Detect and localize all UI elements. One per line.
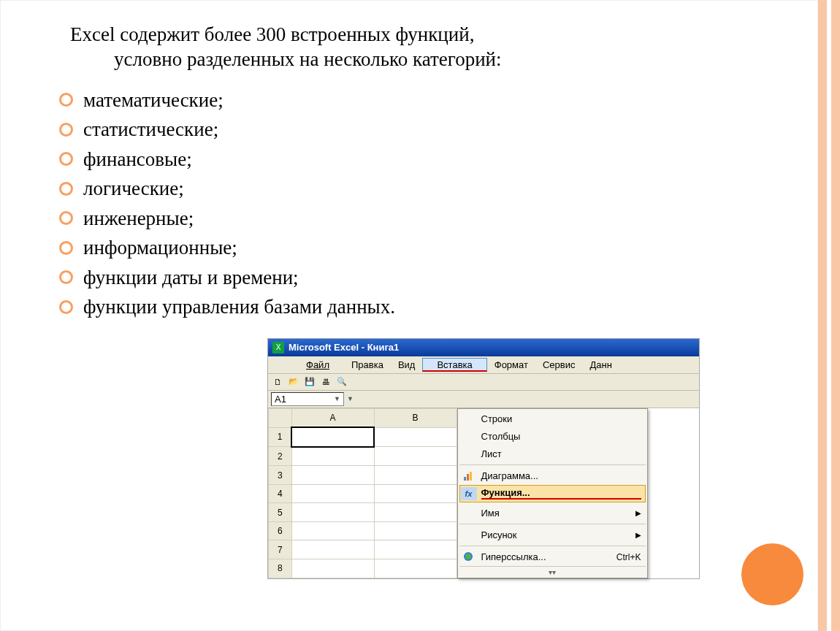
cell[interactable] (291, 521, 374, 540)
excel-logo-icon: X (272, 342, 284, 353)
category-label: логические; (83, 174, 184, 204)
svg-rect-1 (467, 474, 469, 481)
toolbar: 🗋 📂 💾 🖶 🔍 (268, 374, 699, 391)
category-label: информационные; (83, 233, 237, 263)
cell[interactable] (291, 559, 374, 578)
menu-item-rows[interactable]: Строки (459, 410, 646, 428)
menu-item-sheet[interactable]: Лист (459, 445, 646, 465)
menu-item-chart[interactable]: Диаграмма... (459, 467, 646, 485)
cell[interactable] (374, 503, 457, 522)
menu-label: Гиперссылка... (481, 551, 616, 562)
cell[interactable] (291, 484, 374, 503)
save-icon[interactable]: 💾 (303, 375, 316, 389)
cell[interactable] (374, 559, 457, 578)
slide: Excel содержит более 300 встроенных функ… (0, 0, 818, 631)
menu-item-name[interactable]: Имя ▶ (459, 505, 646, 524)
menu-label: Рисунок (481, 529, 635, 540)
list-item: финансовые; (59, 145, 774, 175)
list-item: информационные; (59, 233, 774, 263)
row-header[interactable]: 4 (269, 484, 292, 503)
new-doc-icon[interactable]: 🗋 (271, 375, 284, 389)
intro-text: Excel содержит более 300 встроенных функ… (45, 23, 774, 72)
blank-icon (461, 448, 477, 461)
menu-edit[interactable]: Правка (344, 358, 391, 372)
bullet-icon (59, 123, 73, 137)
open-icon[interactable]: 📂 (287, 375, 300, 389)
blank-icon (461, 507, 477, 520)
intro-line2: условно разделенных на несколько категор… (74, 47, 774, 72)
menu-view[interactable]: Вид (391, 358, 423, 372)
menu-label: Лист (481, 448, 641, 459)
menu-label: Столбцы (481, 431, 641, 442)
cell[interactable] (291, 466, 374, 485)
bullet-icon (59, 300, 73, 314)
shortcut-label: Ctrl+K (616, 552, 641, 562)
menu-item-picture[interactable]: Рисунок ▶ (459, 527, 646, 546)
namebox-value: A1 (275, 394, 286, 405)
chart-icon (461, 470, 477, 483)
row-header[interactable]: 1 (269, 427, 292, 447)
select-all-corner[interactable] (269, 408, 292, 427)
row-header[interactable]: 6 (269, 521, 292, 540)
menu-file[interactable]: Файл (291, 358, 344, 372)
menu-item-hyperlink[interactable]: Гиперссылка... Ctrl+K (459, 548, 646, 566)
menu-tools[interactable]: Сервис (535, 358, 583, 372)
category-label: статистические; (83, 115, 218, 145)
blank-icon (461, 413, 477, 426)
fx-icon: fx (461, 487, 477, 500)
namebox-row: A1 ▼ ▼ (268, 391, 699, 408)
print-icon[interactable]: 🖶 (319, 375, 332, 389)
svg-point-4 (465, 554, 471, 559)
menu-item-function[interactable]: fx Функция... (459, 485, 646, 502)
cell[interactable] (374, 427, 457, 447)
list-item: статистические; (59, 115, 774, 145)
dropdown-icon[interactable]: ▼ (347, 395, 354, 402)
menu-data[interactable]: Данн (582, 358, 619, 372)
bullet-icon (59, 241, 73, 255)
cell[interactable] (374, 540, 457, 559)
list-item: инженерные; (59, 204, 774, 234)
category-label: математические; (83, 85, 224, 115)
row-header[interactable]: 5 (269, 503, 292, 522)
bullet-icon (59, 211, 73, 225)
menu-label: Строки (481, 413, 641, 424)
category-label: функции даты и времени; (83, 263, 299, 293)
menu-expand[interactable]: ▾▾ (459, 566, 646, 576)
insert-menu: Строки Столбцы Лист Диаграмма... (457, 408, 648, 578)
bullet-icon (59, 93, 73, 107)
cell[interactable] (291, 540, 374, 559)
dropdown-icon[interactable]: ▼ (334, 395, 340, 402)
row-header[interactable]: 2 (269, 447, 292, 466)
blank-icon (461, 529, 477, 542)
row-header[interactable]: 3 (269, 466, 292, 485)
globe-link-icon (461, 551, 477, 564)
decorative-stripes (818, 0, 840, 631)
list-item: математические; (59, 85, 774, 115)
category-label: функции управления базами данных. (83, 292, 395, 322)
menu-format[interactable]: Формат (487, 358, 535, 372)
category-list: математические; статистические; финансов… (45, 85, 774, 322)
cell-a1[interactable] (291, 427, 374, 447)
print-preview-icon[interactable]: 🔍 (335, 375, 348, 389)
menu-insert[interactable]: Вставка (422, 358, 486, 372)
list-item: логические; (59, 174, 774, 204)
menu-item-columns[interactable]: Столбцы (459, 428, 646, 445)
name-box[interactable]: A1 ▼ (271, 392, 344, 406)
bullet-icon (59, 270, 73, 284)
menu-label: Имя (481, 508, 635, 519)
category-label: финансовые; (83, 145, 192, 175)
col-header-a[interactable]: A (291, 408, 374, 427)
row-header[interactable]: 7 (269, 540, 292, 559)
col-header-b[interactable]: B (374, 408, 457, 427)
row-header[interactable]: 8 (269, 559, 292, 578)
cell[interactable] (374, 466, 457, 485)
cell[interactable] (374, 447, 457, 466)
cell[interactable] (374, 521, 457, 540)
list-item: функции даты и времени; (59, 263, 774, 293)
decorative-circle (741, 543, 803, 605)
cell[interactable] (374, 484, 457, 503)
grid: A B 1 2 3 4 5 6 7 8 (268, 408, 457, 578)
cell[interactable] (291, 503, 374, 522)
cell[interactable] (291, 447, 374, 466)
excel-titlebar: X Microsoft Excel - Книга1 (268, 339, 699, 356)
